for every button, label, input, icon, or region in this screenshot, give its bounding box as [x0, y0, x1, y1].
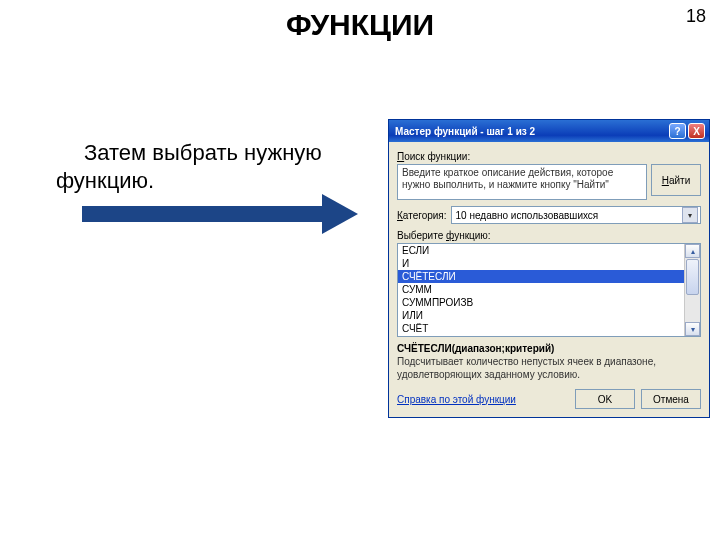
scroll-up-icon[interactable]: ▴ [685, 244, 700, 258]
find-button[interactable]: Найти [651, 164, 701, 196]
dialog-body: Поиск функции: Введите краткое описание … [389, 142, 709, 417]
search-input[interactable]: Введите краткое описание действия, котор… [397, 164, 647, 200]
scroll-down-icon[interactable]: ▾ [685, 322, 700, 336]
list-item[interactable]: И [398, 257, 700, 270]
list-item[interactable]: СЧЁТ [398, 322, 700, 335]
help-link[interactable]: Справка по этой функции [397, 394, 516, 405]
dialog-title: Мастер функций - шаг 1 из 2 [395, 126, 667, 137]
list-item[interactable]: СЧЁТЕСЛИ [398, 270, 700, 283]
slide-title: ФУНКЦИИ [0, 8, 720, 42]
dialog-titlebar[interactable]: Мастер функций - шаг 1 из 2 ? X [389, 120, 709, 142]
search-label: Поиск функции: [397, 151, 701, 162]
function-wizard-dialog: Мастер функций - шаг 1 из 2 ? X Поиск фу… [388, 119, 710, 418]
ok-button[interactable]: OK [575, 389, 635, 409]
cancel-button[interactable]: Отмена [641, 389, 701, 409]
scrollbar[interactable]: ▴ ▾ [684, 244, 700, 336]
category-label: Категория: [397, 210, 447, 221]
chevron-down-icon[interactable]: ▾ [682, 207, 698, 223]
function-description: Подсчитывает количество непустых ячеек в… [397, 356, 701, 381]
category-select[interactable]: 10 недавно использовавшихся ▾ [451, 206, 701, 224]
list-item[interactable]: ИЛИ [398, 309, 700, 322]
scroll-thumb[interactable] [686, 259, 699, 295]
list-item[interactable]: СУММПРОИЗВ [398, 296, 700, 309]
function-listbox[interactable]: ЕСЛИ И СЧЁТЕСЛИ СУММ СУММПРОИЗВ ИЛИ СЧЁТ… [397, 243, 701, 337]
caption-text: Затем выбрать нужную функцию. [56, 139, 366, 194]
list-item[interactable]: СУММ [398, 283, 700, 296]
caption-line-2: функцию. [56, 168, 154, 193]
category-value: 10 недавно использовавшихся [456, 210, 599, 221]
close-icon[interactable]: X [688, 123, 705, 139]
arrow-graphic [82, 200, 362, 228]
help-icon[interactable]: ? [669, 123, 686, 139]
select-function-label: Выберите функцию: [397, 230, 701, 241]
list-item[interactable]: ЕСЛИ [398, 244, 700, 257]
caption-line-1: Затем выбрать нужную [84, 140, 322, 165]
function-syntax: СЧЁТЕСЛИ(диапазон;критерий) [397, 343, 701, 354]
arrow-shaft [82, 206, 322, 222]
arrow-head [322, 194, 358, 234]
